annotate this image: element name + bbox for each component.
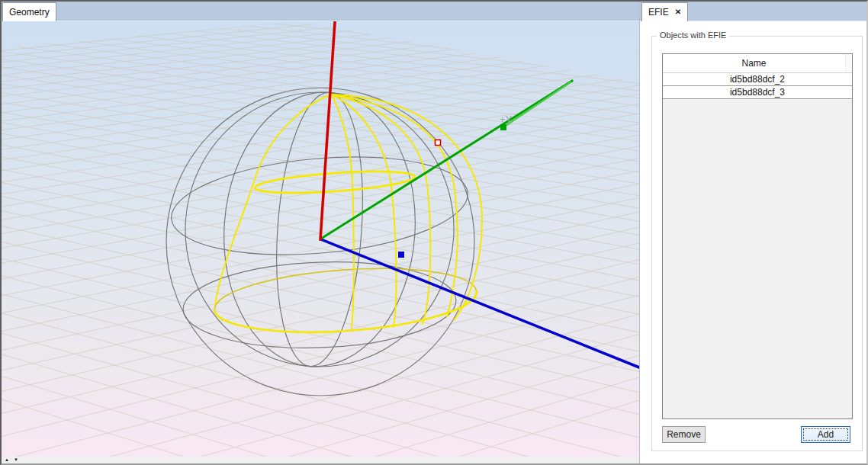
geometry-pane: Geometry [2,2,640,463]
point-marker-blue[interactable] [398,252,404,258]
objects-with-efie-group: Objects with EFIE Name id5bd88dcf_2 id5b… [651,36,863,451]
tab-geometry[interactable]: Geometry [2,2,56,21]
viewport-bottom-strip: ▲ ▼ [2,457,639,463]
efie-panel: Objects with EFIE Name id5bd88dcf_2 id5b… [640,21,866,463]
tab-geometry-label: Geometry [9,7,50,18]
table-row[interactable]: id5bd88dcf_3 [663,86,852,99]
y-axis-label: +Y [500,114,513,125]
left-tabbar: Geometry [2,2,639,21]
right-tabbar: EFIE ✕ [640,2,866,21]
point-marker-green[interactable] [500,124,506,130]
table-header-name: Name [663,54,845,72]
point-marker-red[interactable] [436,140,441,146]
geometry-canvas[interactable]: +Y [2,21,639,457]
app-window: Geometry [0,0,868,465]
remove-button[interactable]: Remove [662,426,706,443]
efie-objects-table[interactable]: Name id5bd88dcf_2 id5bd88dcf_3 [662,53,853,419]
table-row[interactable]: id5bd88dcf_2 [663,73,852,86]
efie-pane: EFIE ✕ Objects with EFIE Name id5bd88dcf… [640,2,866,463]
tab-efie[interactable]: EFIE ✕ [641,2,688,21]
tab-scroll-down-icon[interactable]: ▼ [14,457,18,463]
tab-scroll-up-icon[interactable]: ▲ [5,457,9,463]
table-header-row: Name [663,54,852,73]
groupbox-title: Objects with EFIE [657,30,729,40]
table-header-gutter [845,54,852,72]
viewport-3d[interactable]: +Y [2,21,639,457]
add-button[interactable]: Add [801,426,850,443]
close-icon[interactable]: ✕ [675,8,681,16]
tab-efie-label: EFIE [648,7,669,18]
